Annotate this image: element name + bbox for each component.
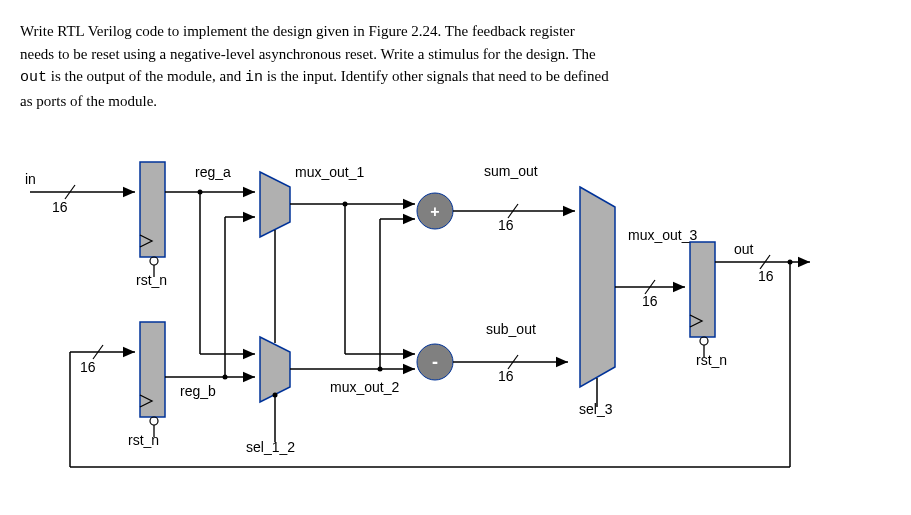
svg-point-5: [150, 257, 158, 265]
svg-rect-40: [690, 242, 715, 337]
label-sub-out: sub_out: [486, 319, 536, 340]
svg-rect-4: [140, 162, 165, 257]
label-rstn-1: rst_n: [136, 270, 167, 291]
svg-rect-7: [140, 322, 165, 417]
svg-point-41: [700, 337, 708, 345]
code-out: out: [20, 69, 47, 86]
label-bus16-sum: 16: [498, 215, 514, 236]
svg-point-20: [273, 393, 278, 398]
label-reg-a: reg_a: [195, 162, 231, 183]
label-out: out: [734, 239, 753, 260]
svg-point-16: [223, 375, 228, 380]
problem-line3b: is the output of the module, and: [47, 68, 245, 84]
label-reg-b: reg_b: [180, 381, 216, 402]
svg-point-24: [343, 202, 348, 207]
label-sel_1_2: sel_1_2: [246, 437, 295, 458]
circuit-diagram: + - in 16 16 reg_a reg_b rst_n: [20, 147, 820, 487]
svg-point-27: [378, 367, 383, 372]
svg-point-8: [150, 417, 158, 425]
svg-text:+: +: [430, 203, 439, 220]
problem-line3c: is the input. Identify other signals tha…: [263, 68, 609, 84]
label-rstn-3: rst_n: [696, 350, 727, 371]
label-sel_3: sel_3: [579, 399, 612, 420]
label-mux-out-2: mux_out_2: [330, 377, 399, 398]
label-mux-out-1: mux_out_1: [295, 162, 364, 183]
label-bus16-sub: 16: [498, 366, 514, 387]
code-in: in: [245, 69, 263, 86]
label-rstn-2: rst_n: [128, 430, 159, 451]
problem-line4: as ports of the module.: [20, 93, 157, 109]
svg-point-12: [198, 190, 203, 195]
problem-statement: Write RTL Verilog code to implement the …: [20, 20, 891, 112]
label-mux-out-3: mux_out_3: [628, 225, 697, 246]
label-bus16-out: 16: [758, 266, 774, 287]
svg-text:-: -: [432, 352, 438, 372]
label-bus16-fb: 16: [80, 357, 96, 378]
label-in: in: [25, 169, 36, 190]
problem-line1: Write RTL Verilog code to implement the …: [20, 23, 575, 39]
label-bus16-mux3: 16: [642, 291, 658, 312]
label-bus16-in: 16: [52, 197, 68, 218]
problem-line2: needs to be reset using a negative-level…: [20, 46, 596, 62]
label-sum-out: sum_out: [484, 161, 538, 182]
